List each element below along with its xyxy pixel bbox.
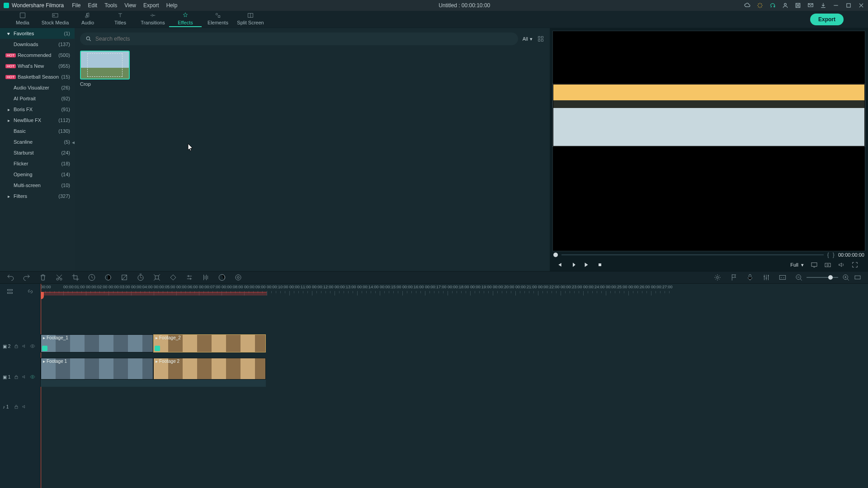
effect-card[interactable]: Crop: [80, 51, 130, 87]
collapse-sidebar-icon[interactable]: ◂: [72, 139, 76, 146]
link-icon[interactable]: [27, 288, 34, 295]
sidebar-item-opening[interactable]: Opening(14): [0, 169, 75, 180]
selection-range[interactable]: [41, 292, 267, 296]
headset-icon[interactable]: [769, 2, 776, 9]
clip-v1a[interactable]: ▸ Footage 1: [41, 358, 153, 380]
sidebar-item-scanline[interactable]: Scanline(5): [0, 136, 75, 147]
tab-media[interactable]: Media: [6, 12, 39, 27]
scrub-handle[interactable]: [553, 253, 558, 257]
stop-button[interactable]: [595, 260, 605, 270]
audio-link-row[interactable]: [41, 380, 266, 387]
menu-view[interactable]: View: [124, 2, 136, 9]
color-icon[interactable]: [104, 273, 112, 282]
zoom-out-icon[interactable]: [795, 273, 803, 282]
filter-dropdown[interactable]: All ▾: [523, 36, 533, 42]
sidebar-item-ai-portrait[interactable]: AI Portrait(92): [0, 93, 75, 104]
sidebar-item-downloads[interactable]: Downloads(137): [0, 39, 75, 50]
sidebar-item-starburst[interactable]: Starburst(24): [0, 147, 75, 158]
tab-audio[interactable]: Audio: [71, 12, 104, 27]
window-close[interactable]: [858, 2, 864, 9]
clip-v1b[interactable]: ▸ Footage 2: [153, 358, 266, 380]
tab-stock-media[interactable]: Stock Media: [39, 12, 71, 27]
time-ruler[interactable]: 00:0000:00:01:0000:00:02:0000:00:03:0000…: [41, 284, 868, 299]
redo-icon[interactable]: [23, 273, 31, 282]
tab-effects[interactable]: Effects: [169, 12, 202, 27]
crop-icon[interactable]: [71, 273, 80, 282]
track-area[interactable]: 00:0000:00:01:0000:00:02:0000:00:03:0000…: [41, 284, 868, 488]
tab-split-screen[interactable]: Split Screen: [234, 12, 267, 27]
menu-edit[interactable]: Edit: [88, 2, 98, 9]
align-icon[interactable]: [202, 273, 210, 282]
zoom-slider[interactable]: [807, 277, 838, 278]
mark-in-icon[interactable]: {: [827, 252, 829, 258]
menu-file[interactable]: File: [72, 2, 80, 9]
menu-export[interactable]: Export: [143, 2, 159, 9]
mic-icon[interactable]: [746, 273, 754, 282]
tab-elements[interactable]: Elements: [202, 12, 234, 27]
account-icon[interactable]: [782, 2, 788, 9]
message-icon[interactable]: [807, 2, 814, 9]
motion-track-icon[interactable]: [153, 273, 161, 282]
mute-icon[interactable]: [22, 343, 27, 349]
keyframe-icon[interactable]: [169, 273, 177, 282]
sidebar-item-newblue-fx[interactable]: ▸NewBlue FX(112): [0, 115, 75, 126]
eye-icon[interactable]: [30, 374, 35, 380]
lock-icon[interactable]: [14, 374, 19, 380]
sidebar-item-what-s-new[interactable]: HOTWhat's New(955): [0, 61, 75, 71]
zoom-in-icon[interactable]: [842, 273, 850, 282]
audio-mixer-icon[interactable]: [762, 273, 770, 282]
grid-view-icon[interactable]: [537, 35, 544, 42]
zoom-handle[interactable]: [828, 275, 833, 280]
delete-icon[interactable]: [39, 273, 47, 282]
save-icon[interactable]: [795, 2, 801, 9]
adjust-icon[interactable]: [185, 273, 193, 282]
preview-viewport[interactable]: [552, 31, 865, 251]
fullscreen-icon[interactable]: [850, 260, 860, 270]
sidebar-item-favorites[interactable]: ♥Favorites(1): [0, 28, 75, 39]
tab-titles[interactable]: Titles: [104, 12, 137, 27]
tab-transitions[interactable]: Transitions: [137, 12, 169, 27]
menu-tools[interactable]: Tools: [104, 2, 117, 9]
greenscreen-icon[interactable]: [120, 273, 128, 282]
lock-icon[interactable]: [14, 404, 19, 409]
lock-icon[interactable]: [14, 343, 19, 349]
sidebar-item-flicker[interactable]: Flicker(18): [0, 158, 75, 169]
quality-select[interactable]: Full▾: [790, 262, 804, 268]
clip-v2a[interactable]: ▸ Footage_1: [41, 334, 153, 352]
mixer-icon[interactable]: [713, 273, 722, 282]
record-vo-icon[interactable]: [234, 273, 242, 282]
download-icon[interactable]: [820, 2, 826, 9]
speed-icon[interactable]: [88, 273, 96, 282]
duration-icon[interactable]: [137, 273, 145, 282]
playforward-button[interactable]: [581, 260, 591, 270]
scrub-track[interactable]: [561, 254, 824, 255]
sidebar-item-audio-visualizer[interactable]: Audio Visualizer(26): [0, 82, 75, 93]
prev-frame-button[interactable]: [554, 260, 564, 270]
clip-v2b[interactable]: ▸ Footage_2: [153, 334, 266, 352]
eye-icon[interactable]: [30, 343, 35, 349]
window-maximize[interactable]: [845, 2, 852, 9]
play-button[interactable]: [568, 260, 578, 270]
export-button[interactable]: Export: [810, 14, 844, 25]
snapshot-icon[interactable]: [823, 260, 833, 270]
cut-icon[interactable]: [55, 273, 63, 282]
window-minimize[interactable]: [833, 2, 839, 9]
menu-help[interactable]: Help: [166, 2, 178, 9]
manage-tracks-icon[interactable]: [6, 288, 14, 295]
sidebar-item-multi-screen[interactable]: Multi-screen(10): [0, 180, 75, 191]
cloud-icon[interactable]: [744, 2, 750, 9]
mute-icon[interactable]: [22, 374, 27, 380]
render-icon[interactable]: [218, 273, 226, 282]
sidebar-item-boris-fx[interactable]: ▸Boris FX(91): [0, 104, 75, 115]
mute-icon[interactable]: [22, 404, 27, 409]
search-input[interactable]: [95, 36, 513, 42]
sidebar-item-basic[interactable]: Basic(130): [0, 126, 75, 136]
caption-icon[interactable]: [778, 273, 787, 282]
marker-flag-icon[interactable]: [730, 273, 738, 282]
display-icon[interactable]: [809, 260, 819, 270]
undo-icon[interactable]: [6, 273, 14, 282]
zoom-fit-icon[interactable]: [854, 273, 862, 282]
sidebar-item-filters[interactable]: ▸Filters(327): [0, 191, 75, 202]
sidebar-item-basketball-season[interactable]: HOTBasketball Season(15): [0, 71, 75, 82]
sparkle-icon[interactable]: [757, 2, 763, 9]
